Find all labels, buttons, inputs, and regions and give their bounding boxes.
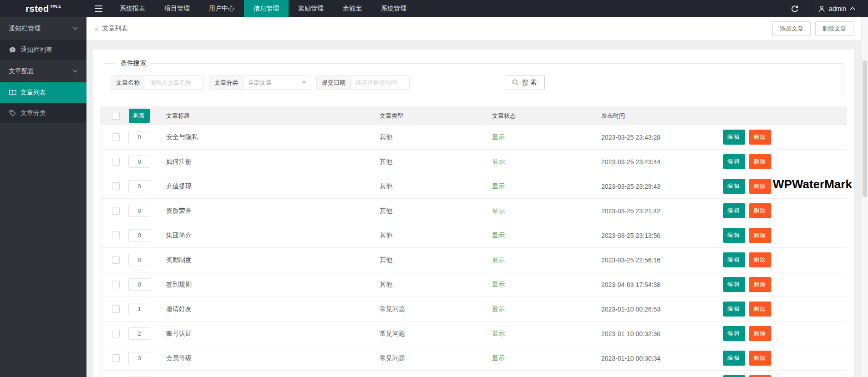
delete-button[interactable]: 删除 [749,326,771,341]
table-row: 编辑 删除 [101,371,847,377]
delete-article-button[interactable]: 删除文章 [815,21,853,36]
select-all-checkbox[interactable] [112,112,120,120]
logo-version: TP5.1 [50,4,61,9]
row-checkbox[interactable] [112,330,120,337]
row-checkbox[interactable] [112,305,120,313]
sort-order-input[interactable] [128,254,150,266]
nav-item[interactable]: 系统管理 [371,0,416,17]
search-icon [512,79,519,86]
delete-button[interactable]: 删除 [749,375,771,377]
publish-time: 2023-01-10 00:32:36 [601,330,660,337]
publish-time: 2023-04-03 17:54:38 [601,281,660,288]
edit-button[interactable]: 编辑 [723,203,745,218]
search-button[interactable]: 搜索 [506,75,545,90]
article-type: 其他 [380,256,392,263]
app-logo[interactable]: rsted TP5.1 [0,0,86,17]
user-menu[interactable]: admin [808,0,868,17]
delete-button[interactable]: 删除 [749,252,771,267]
delete-button[interactable]: 删除 [749,154,771,169]
delete-button[interactable]: 删除 [749,302,771,317]
row-checkbox[interactable] [112,133,120,141]
row-checkbox[interactable] [112,231,120,239]
sort-order-input[interactable] [128,303,150,315]
add-article-button[interactable]: 添加文章 [772,21,811,36]
status-link[interactable]: 显示 [492,133,505,141]
delete-button[interactable]: 删除 [749,179,771,194]
status-link[interactable]: 显示 [492,256,505,263]
status-link[interactable]: 显示 [492,305,505,312]
table-row: 如何注册 其他 显示 2023-03-25 23:43:44 编辑 删除 [101,150,847,174]
nav-item[interactable]: 项目管理 [155,0,199,17]
refresh-icon[interactable] [782,0,808,17]
sidebar-group-header[interactable]: 通知栏管理 [0,17,86,40]
table-row: 集团简介 其他 显示 2023-03-25 23:13:56 编辑 删除 [101,223,847,248]
edit-button[interactable]: 编辑 [723,252,745,267]
table-row: 资质荣誉 其他 显示 2023-03-25 23:21:42 编辑 删除 [101,199,847,223]
status-link[interactable]: 显示 [492,231,505,239]
article-title: 签到规则 [166,281,192,288]
sort-order-input[interactable] [128,205,150,217]
page-scrollbar[interactable] [861,17,868,377]
status-link[interactable]: 显示 [492,207,505,214]
row-checkbox[interactable] [112,281,120,288]
book-icon [9,90,16,96]
menu-toggle-icon[interactable] [86,0,110,17]
edit-button[interactable]: 编辑 [723,326,745,341]
sidebar-item[interactable]: 文章列表 [0,82,86,103]
nav-item[interactable]: 奖励管理 [289,0,333,17]
nav-item[interactable]: 用户中心 [199,0,244,17]
sort-order-input[interactable] [128,156,150,168]
sort-order-input[interactable] [128,131,150,143]
row-checkbox[interactable] [112,354,120,362]
sidebar-item[interactable]: 文章分类 [0,103,86,123]
edit-button[interactable]: 编辑 [723,277,745,292]
row-checkbox[interactable] [112,182,120,190]
status-link[interactable]: 显示 [492,158,505,165]
search-panel: 条件搜索 文章名称 文章分类 全部文章 提交日期 [104,59,843,98]
sort-order-input[interactable] [128,327,150,340]
article-type: 其他 [380,133,392,141]
article-name-input[interactable] [145,75,204,90]
article-category-select[interactable]: 全部文章 [243,75,311,90]
edit-button[interactable]: 编辑 [723,228,745,243]
table-row: 邀请好友 常见问题 显示 2023-01-10 00:26:53 编辑 删除 [101,297,847,322]
status-link[interactable]: 显示 [492,182,505,190]
sidebar-group-header[interactable]: 文章配置 [0,60,86,82]
breadcrumb: » 文章列表 [94,25,127,33]
nav-item[interactable]: 系统报表 [110,0,155,17]
nav-item[interactable]: 余额宝 [333,0,371,17]
refresh-button[interactable]: 刷新 [129,109,150,123]
publish-time: 2023-03-25 23:13:56 [601,232,660,239]
scrollbar-thumb[interactable] [863,60,867,197]
status-link[interactable]: 显示 [492,354,505,362]
delete-button[interactable]: 删除 [749,277,771,292]
sort-order-input[interactable] [128,229,150,241]
table-row: 账号认证 常见问题 显示 2023-01-10 00:32:36 编辑 删除 [101,322,847,346]
sort-order-input[interactable] [128,278,150,291]
edit-button[interactable]: 编辑 [723,154,745,169]
sidebar-item[interactable]: 通知栏列表 [0,40,86,60]
sort-order-input[interactable] [128,180,150,192]
table-body: 安全与隐私 其他 显示 2023-03-25 23:43:28 编辑 删除 如何… [101,125,847,377]
article-type: 常见问题 [380,330,405,337]
edit-button[interactable]: 编辑 [723,351,745,366]
delete-button[interactable]: 删除 [749,130,771,145]
status-link[interactable]: 显示 [492,281,505,288]
publish-time: 2023-03-25 23:43:28 [601,134,660,141]
edit-button[interactable]: 编辑 [723,179,745,194]
row-checkbox[interactable] [112,207,120,215]
delete-button[interactable]: 删除 [749,203,771,218]
status-link[interactable]: 显示 [492,330,505,337]
edit-button[interactable]: 编辑 [723,302,745,317]
delete-button[interactable]: 删除 [749,228,771,243]
edit-button[interactable]: 编辑 [723,375,745,377]
submit-date-input[interactable] [350,75,410,90]
row-checkbox[interactable] [112,256,120,264]
edit-button[interactable]: 编辑 [723,130,745,145]
publish-time: 2023-03-25 23:21:42 [601,207,660,215]
row-checkbox[interactable] [112,158,120,166]
header-article-type: 文章类型 [380,112,492,120]
nav-item[interactable]: 信息管理 [244,0,289,17]
sort-order-input[interactable] [128,352,150,364]
delete-button[interactable]: 删除 [749,351,771,366]
